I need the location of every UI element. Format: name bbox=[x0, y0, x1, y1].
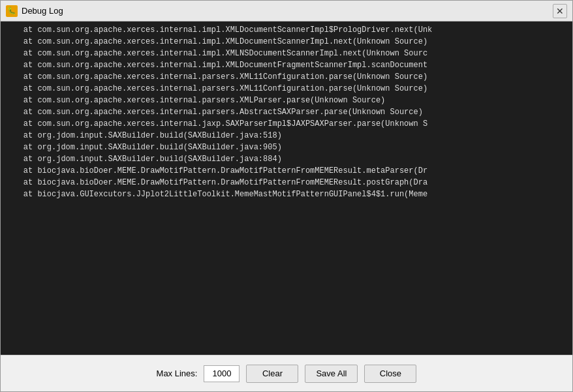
log-area-wrapper: at com.sun.org.apache.xerces.internal.im… bbox=[1, 22, 572, 355]
clear-button[interactable]: Clear bbox=[246, 365, 298, 383]
log-content[interactable]: at com.sun.org.apache.xerces.internal.im… bbox=[1, 22, 572, 355]
save-all-button[interactable]: Save All bbox=[305, 365, 358, 383]
footer: Max Lines: Clear Save All Close bbox=[1, 355, 572, 391]
max-lines-label: Max Lines: bbox=[157, 369, 198, 378]
window-close-button[interactable]: ✕ bbox=[553, 4, 567, 18]
max-lines-input[interactable] bbox=[204, 365, 240, 382]
window-title: Debug Log bbox=[22, 6, 63, 16]
title-bar-left: 🐛 Debug Log bbox=[6, 5, 63, 17]
close-button[interactable]: Close bbox=[364, 365, 416, 383]
debug-log-window: 🐛 Debug Log ✕ at com.sun.org.apache.xerc… bbox=[0, 0, 573, 392]
title-bar: 🐛 Debug Log ✕ bbox=[1, 1, 572, 22]
window-icon: 🐛 bbox=[6, 5, 18, 17]
